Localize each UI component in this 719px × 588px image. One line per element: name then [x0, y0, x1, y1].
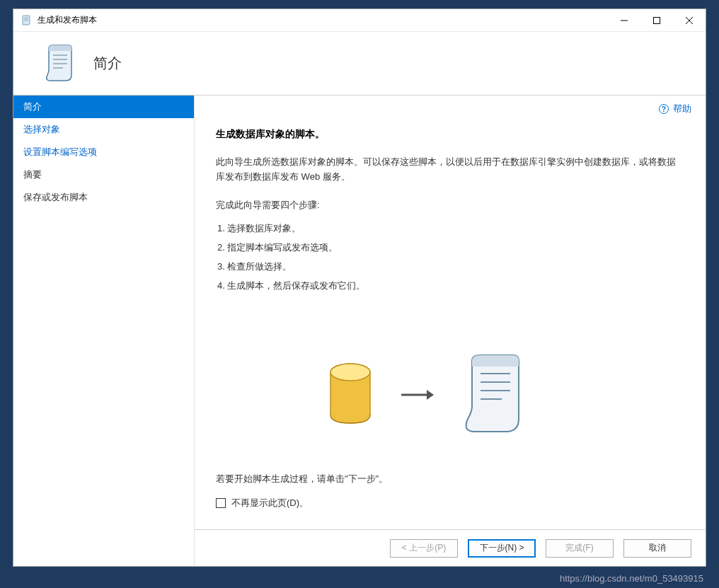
- main-panel: ? 帮助 生成数据库对象的脚本。 此向导生成所选数据库对象的脚本。可以保存这些脚…: [195, 96, 706, 566]
- content-description: 此向导生成所选数据库对象的脚本。可以保存这些脚本，以便以后用于在数据库引擎实例中…: [216, 155, 677, 185]
- prev-button: < 上一步(P): [390, 539, 458, 558]
- titlebar-left: 生成和发布脚本: [21, 14, 97, 26]
- sidebar-item-select[interactable]: 选择对象: [13, 118, 194, 141]
- cancel-button[interactable]: 取消: [623, 539, 691, 558]
- sidebar-item-save[interactable]: 保存或发布脚本: [13, 186, 194, 209]
- script-header-icon: [42, 44, 76, 83]
- content-area: 简介 选择对象 设置脚本编写选项 摘要 保存或发布脚本 ? 帮助 生成数据库对象…: [13, 96, 706, 566]
- close-button[interactable]: [673, 9, 706, 32]
- window-title: 生成和发布脚本: [38, 14, 97, 26]
- script-large-icon: [456, 352, 527, 437]
- step-item: 2. 指定脚本编写或发布选项。: [216, 238, 677, 257]
- wizard-sidebar: 简介 选择对象 设置脚本编写选项 摘要 保存或发布脚本: [13, 96, 195, 566]
- sidebar-item-options[interactable]: 设置脚本编写选项: [13, 141, 194, 163]
- dont-show-checkbox[interactable]: [216, 498, 226, 508]
- database-icon: [322, 359, 379, 430]
- wizard-window: 生成和发布脚本 简介 简介 选择对象: [13, 8, 706, 567]
- titlebar: 生成和发布脚本: [13, 9, 706, 32]
- steps-list: 1. 选择数据库对象。 2. 指定脚本编写或发布选项。 3. 检查所做选择。 4…: [216, 219, 677, 296]
- svg-point-12: [330, 364, 370, 381]
- sidebar-item-summary[interactable]: 摘要: [13, 163, 194, 186]
- finish-button: 完成(F): [546, 539, 614, 558]
- svg-rect-4: [654, 17, 660, 23]
- start-hint: 若要开始脚本生成过程，请单击"下一步"。: [216, 473, 677, 485]
- button-bar: < 上一步(P) 下一步(N) > 完成(F) 取消: [195, 529, 706, 566]
- maximize-button[interactable]: [640, 9, 673, 32]
- steps-intro: 完成此向导需要四个步骤:: [216, 199, 677, 212]
- page-title: 简介: [93, 54, 122, 73]
- help-label: 帮助: [673, 103, 691, 115]
- help-icon: ?: [659, 104, 669, 114]
- help-link[interactable]: ? 帮助: [659, 103, 691, 115]
- header-panel: 简介: [13, 32, 706, 96]
- watermark: https://blog.csdn.net/m0_53493915: [560, 573, 703, 584]
- sidebar-item-intro[interactable]: 简介: [13, 96, 194, 118]
- dont-show-label: 不再显示此页(D)。: [231, 497, 309, 509]
- svg-marker-14: [427, 390, 434, 400]
- main-content: 生成数据库对象的脚本。 此向导生成所选数据库对象的脚本。可以保存这些脚本，以便以…: [195, 96, 706, 529]
- arrow-icon: [400, 384, 435, 405]
- step-item: 1. 选择数据库对象。: [216, 219, 677, 238]
- minimize-button[interactable]: [608, 9, 640, 32]
- app-icon: [21, 15, 32, 26]
- next-button[interactable]: 下一步(N) >: [468, 539, 536, 558]
- illustration: [322, 352, 677, 437]
- content-heading: 生成数据库对象的脚本。: [216, 128, 677, 141]
- dont-show-row[interactable]: 不再显示此页(D)。: [216, 497, 677, 509]
- step-item: 4. 生成脚本，然后保存或发布它们。: [216, 276, 677, 295]
- window-controls: [608, 9, 706, 32]
- step-item: 3. 检查所做选择。: [216, 257, 677, 276]
